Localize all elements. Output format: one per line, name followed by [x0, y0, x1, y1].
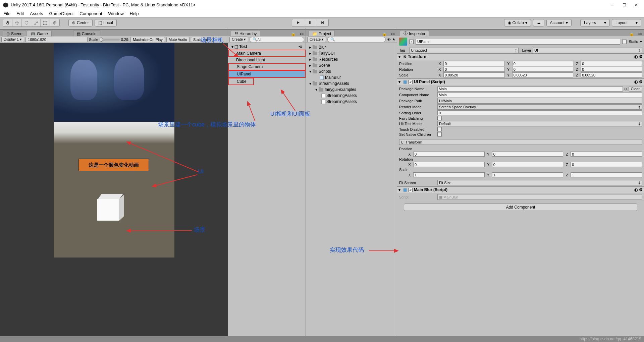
- gameobject-name-field[interactable]: [416, 39, 620, 45]
- menu-edit[interactable]: Edit: [16, 11, 24, 16]
- script-field[interactable]: ▦ MainBlur: [437, 194, 642, 200]
- game-view[interactable]: 这是一个颜色变化动画: [0, 43, 228, 342]
- rot-y[interactable]: [512, 67, 574, 72]
- help-icon[interactable]: ◐: [634, 79, 638, 84]
- tab-game[interactable]: 🎮Game: [27, 30, 52, 36]
- tab-hierarchy[interactable]: ☷Hierarchy: [231, 30, 260, 36]
- tab-project[interactable]: 📁Project: [309, 30, 335, 36]
- step-button[interactable]: [316, 19, 328, 26]
- clear-button[interactable]: Clear: [629, 86, 642, 92]
- menu-assets[interactable]: Assets: [30, 11, 43, 16]
- gear-icon[interactable]: ⚙: [639, 54, 643, 59]
- hierarchy-search[interactable]: 🔍All: [250, 37, 304, 42]
- hierarchy-item-cube[interactable]: Cube: [228, 78, 254, 85]
- project-folder-resources[interactable]: ▸Resources: [306, 56, 397, 62]
- sorting-order-field[interactable]: [437, 110, 642, 115]
- rot-x[interactable]: [443, 67, 505, 72]
- gameobject-icon[interactable]: [399, 38, 407, 46]
- uscale-y[interactable]: [492, 172, 564, 177]
- tab-console[interactable]: ▤Console: [73, 30, 100, 36]
- scale-slider[interactable]: [100, 39, 120, 41]
- project-file-streaming3[interactable]: StreamingAssets: [306, 99, 397, 105]
- pos-z[interactable]: [581, 61, 642, 66]
- layout-button[interactable]: Layout▾: [612, 19, 641, 26]
- menu-file[interactable]: File: [3, 11, 10, 16]
- menu-window[interactable]: Window: [108, 11, 124, 16]
- project-folder-blur[interactable]: ▸Blur: [306, 44, 397, 50]
- collab-button[interactable]: ◉Collab▾: [504, 19, 531, 26]
- mainblur-header[interactable]: ▾▦ Main Blur (Script) ◐⚙: [397, 186, 644, 193]
- hierarchy-item-uipanel[interactable]: UIPanel: [228, 70, 306, 78]
- menu-help[interactable]: Help: [130, 11, 139, 16]
- active-checkbox[interactable]: [409, 40, 414, 44]
- gear-icon[interactable]: ⚙: [639, 79, 643, 84]
- move-tool[interactable]: [12, 19, 22, 26]
- project-file-streaming2[interactable]: StreamingAssets: [306, 93, 397, 99]
- help-icon[interactable]: ◐: [634, 54, 638, 59]
- gear-icon[interactable]: ⚙: [639, 187, 643, 192]
- play-button[interactable]: [292, 19, 304, 26]
- project-script-mainblur[interactable]: MainBlur: [306, 74, 397, 80]
- urot-z[interactable]: [571, 162, 642, 167]
- gizmos-icon[interactable]: ☰: [205, 37, 209, 42]
- mainblur-enabled-checkbox[interactable]: [408, 188, 413, 192]
- panel-menu-icon[interactable]: ▪≡: [636, 32, 644, 36]
- hierarchy-item-main-camera[interactable]: Main Camera: [228, 50, 306, 57]
- scene-root[interactable]: ▾⬚Test▪≡: [228, 44, 306, 50]
- component-name-field[interactable]: [437, 92, 642, 97]
- menu-component[interactable]: Component: [79, 11, 102, 16]
- uscale-x[interactable]: [413, 172, 485, 177]
- pivot-center-button[interactable]: ⊕Center: [68, 19, 93, 26]
- help-icon[interactable]: ◐: [634, 187, 638, 192]
- hand-tool[interactable]: [3, 19, 12, 26]
- lock-icon[interactable]: 🔒: [381, 32, 388, 36]
- tag-dropdown[interactable]: Untagged‡: [409, 48, 519, 53]
- pivot-local-button[interactable]: ⬚Local: [95, 19, 117, 26]
- add-component-button[interactable]: Add Component: [404, 204, 637, 211]
- project-create-button[interactable]: Create ▾: [307, 37, 326, 42]
- fit-screen-dropdown[interactable]: Fit Size‡: [437, 180, 642, 185]
- star-icon[interactable]: ★: [392, 37, 395, 42]
- native-children-checkbox[interactable]: [437, 132, 442, 136]
- minimize-button[interactable]: ─: [610, 3, 614, 7]
- hierarchy-item-directional-light[interactable]: Directional Light: [228, 57, 306, 63]
- tab-inspector[interactable]: ⓘInspector: [400, 30, 429, 36]
- project-folder-scripts[interactable]: ▾Scripts: [306, 68, 397, 74]
- rot-z[interactable]: [581, 67, 642, 72]
- lock-icon[interactable]: 🔒: [289, 32, 297, 36]
- uipanel-header[interactable]: ▾▦ UI Panel (Script) ◐⚙: [397, 78, 644, 85]
- uscale-z[interactable]: [571, 172, 642, 177]
- account-button[interactable]: Account▾: [546, 19, 572, 26]
- mute-audio-button[interactable]: Mute Audio: [166, 37, 190, 42]
- project-folder-streamingassets[interactable]: ▾StreamingAssets: [306, 80, 397, 87]
- uipanel-enabled-checkbox[interactable]: [408, 80, 413, 84]
- maximize-button[interactable]: ☐: [622, 3, 627, 7]
- cloud-button[interactable]: ☁: [533, 19, 544, 26]
- project-folder-fairygui[interactable]: ▸FairyGUI: [306, 50, 397, 56]
- upos-x[interactable]: [413, 152, 485, 157]
- hierarchy-create-button[interactable]: Create ▾: [229, 37, 248, 42]
- package-name-field[interactable]: [437, 87, 623, 92]
- transform-header[interactable]: ▾⤧ Transform ◐⚙: [397, 53, 644, 60]
- scale-y[interactable]: [512, 72, 574, 77]
- panel-menu-icon[interactable]: ▪≡: [389, 32, 397, 36]
- project-folder-fairyex[interactable]: ▾fairygui-examples: [306, 87, 397, 93]
- maximize-on-play-button[interactable]: Maximize On Play: [130, 37, 165, 42]
- layer-dropdown[interactable]: UI‡: [533, 48, 642, 53]
- hit-test-dropdown[interactable]: Default‡: [437, 121, 642, 126]
- render-mode-dropdown[interactable]: Screen Space Overlay‡: [437, 104, 642, 110]
- close-button[interactable]: ✕: [634, 3, 639, 7]
- pos-y[interactable]: [512, 61, 574, 66]
- rotate-tool[interactable]: [22, 19, 31, 26]
- upos-y[interactable]: [492, 152, 564, 157]
- urot-x[interactable]: [413, 162, 485, 167]
- display-dropdown[interactable]: Display 1 ▾: [1, 37, 24, 42]
- pause-button[interactable]: [304, 19, 316, 26]
- menu-gameobject[interactable]: GameObject: [49, 11, 73, 16]
- fairy-batching-checkbox[interactable]: [437, 116, 442, 120]
- lock-icon[interactable]: 🔒: [628, 32, 636, 36]
- tab-scene[interactable]: ⊞Scene: [3, 30, 26, 36]
- scale-tool[interactable]: [31, 19, 41, 26]
- layers-button[interactable]: Layers▾: [580, 19, 610, 26]
- pos-x[interactable]: [443, 61, 505, 66]
